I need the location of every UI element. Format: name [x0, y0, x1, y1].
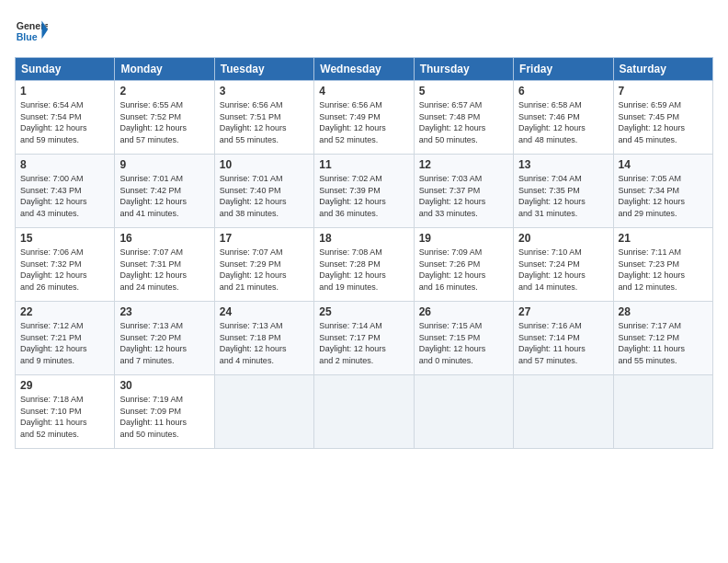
day-number: 17	[220, 232, 309, 245]
calendar-cell: 30Sunrise: 7:19 AM Sunset: 7:09 PM Dayli…	[115, 375, 214, 449]
calendar-cell: 23Sunrise: 7:13 AM Sunset: 7:20 PM Dayli…	[115, 302, 214, 375]
day-info: Sunrise: 7:13 AM Sunset: 7:18 PM Dayligh…	[220, 320, 309, 366]
day-info: Sunrise: 7:01 AM Sunset: 7:42 PM Dayligh…	[119, 173, 209, 219]
calendar-cell: 17Sunrise: 7:07 AM Sunset: 7:29 PM Dayli…	[214, 228, 313, 302]
calendar-cell	[613, 375, 712, 449]
calendar-cell: 4Sunrise: 6:56 AM Sunset: 7:49 PM Daylig…	[314, 81, 414, 155]
day-number: 12	[419, 158, 508, 171]
calendar-cell: 21Sunrise: 7:11 AM Sunset: 7:23 PM Dayli…	[613, 228, 712, 302]
day-info: Sunrise: 7:02 AM Sunset: 7:39 PM Dayligh…	[319, 173, 408, 219]
day-number: 3	[220, 85, 309, 98]
day-number: 24	[220, 305, 309, 318]
day-info: Sunrise: 6:57 AM Sunset: 7:48 PM Dayligh…	[419, 99, 508, 145]
day-info: Sunrise: 7:01 AM Sunset: 7:40 PM Dayligh…	[220, 173, 309, 219]
logo-icon: General Blue	[15, 15, 48, 48]
day-number: 1	[20, 85, 109, 98]
day-info: Sunrise: 6:59 AM Sunset: 7:45 PM Dayligh…	[619, 99, 708, 145]
day-info: Sunrise: 7:16 AM Sunset: 7:14 PM Dayligh…	[518, 320, 608, 366]
calendar-cell: 19Sunrise: 7:09 AM Sunset: 7:26 PM Dayli…	[414, 228, 513, 302]
header: General Blue	[15, 15, 713, 48]
calendar-cell	[314, 375, 414, 449]
day-header-friday: Friday	[514, 58, 613, 81]
calendar-cell: 3Sunrise: 6:56 AM Sunset: 7:51 PM Daylig…	[214, 81, 313, 155]
calendar-cell: 16Sunrise: 7:07 AM Sunset: 7:31 PM Dayli…	[115, 228, 214, 302]
day-info: Sunrise: 7:07 AM Sunset: 7:29 PM Dayligh…	[220, 247, 309, 293]
day-info: Sunrise: 7:00 AM Sunset: 7:43 PM Dayligh…	[20, 173, 109, 219]
calendar-cell: 7Sunrise: 6:59 AM Sunset: 7:45 PM Daylig…	[613, 81, 712, 155]
day-info: Sunrise: 7:08 AM Sunset: 7:28 PM Dayligh…	[319, 247, 408, 293]
day-info: Sunrise: 7:03 AM Sunset: 7:37 PM Dayligh…	[419, 173, 508, 219]
day-header-wednesday: Wednesday	[314, 58, 414, 81]
day-info: Sunrise: 7:12 AM Sunset: 7:21 PM Dayligh…	[20, 320, 109, 366]
svg-text:Blue: Blue	[17, 31, 38, 42]
day-info: Sunrise: 6:55 AM Sunset: 7:52 PM Dayligh…	[119, 99, 209, 145]
day-header-thursday: Thursday	[414, 58, 513, 81]
day-number: 26	[419, 305, 508, 318]
day-number: 22	[20, 305, 109, 318]
day-header-sunday: Sunday	[16, 58, 115, 81]
calendar-cell: 26Sunrise: 7:15 AM Sunset: 7:15 PM Dayli…	[414, 302, 513, 375]
day-number: 5	[419, 85, 508, 98]
day-info: Sunrise: 6:58 AM Sunset: 7:46 PM Dayligh…	[518, 99, 608, 145]
day-number: 15	[20, 232, 109, 245]
day-info: Sunrise: 7:17 AM Sunset: 7:12 PM Dayligh…	[619, 320, 708, 366]
day-info: Sunrise: 7:10 AM Sunset: 7:24 PM Dayligh…	[518, 247, 608, 293]
calendar-cell: 13Sunrise: 7:04 AM Sunset: 7:35 PM Dayli…	[514, 155, 613, 228]
calendar-cell: 25Sunrise: 7:14 AM Sunset: 7:17 PM Dayli…	[314, 302, 414, 375]
calendar-cell: 29Sunrise: 7:18 AM Sunset: 7:10 PM Dayli…	[16, 375, 115, 449]
day-number: 28	[619, 305, 708, 318]
calendar-cell: 10Sunrise: 7:01 AM Sunset: 7:40 PM Dayli…	[214, 155, 313, 228]
day-number: 23	[119, 305, 209, 318]
calendar-cell	[214, 375, 313, 449]
day-info: Sunrise: 6:54 AM Sunset: 7:54 PM Dayligh…	[20, 99, 109, 145]
calendar-cell: 18Sunrise: 7:08 AM Sunset: 7:28 PM Dayli…	[314, 228, 414, 302]
day-info: Sunrise: 7:19 AM Sunset: 7:09 PM Dayligh…	[119, 394, 209, 440]
calendar-cell: 6Sunrise: 6:58 AM Sunset: 7:46 PM Daylig…	[514, 81, 613, 155]
day-info: Sunrise: 6:56 AM Sunset: 7:49 PM Dayligh…	[319, 99, 408, 145]
day-number: 4	[319, 85, 408, 98]
calendar-cell: 28Sunrise: 7:17 AM Sunset: 7:12 PM Dayli…	[613, 302, 712, 375]
day-number: 25	[319, 305, 408, 318]
day-info: Sunrise: 6:56 AM Sunset: 7:51 PM Dayligh…	[220, 99, 309, 145]
day-number: 2	[119, 85, 209, 98]
day-number: 20	[518, 232, 608, 245]
day-number: 10	[220, 158, 309, 171]
day-info: Sunrise: 7:18 AM Sunset: 7:10 PM Dayligh…	[20, 394, 109, 440]
calendar-cell: 14Sunrise: 7:05 AM Sunset: 7:34 PM Dayli…	[613, 155, 712, 228]
day-number: 11	[319, 158, 408, 171]
calendar-cell: 2Sunrise: 6:55 AM Sunset: 7:52 PM Daylig…	[115, 81, 214, 155]
day-number: 14	[619, 158, 708, 171]
day-header-tuesday: Tuesday	[214, 58, 313, 81]
calendar-cell: 5Sunrise: 6:57 AM Sunset: 7:48 PM Daylig…	[414, 81, 513, 155]
day-number: 16	[119, 232, 209, 245]
day-number: 21	[619, 232, 708, 245]
day-info: Sunrise: 7:05 AM Sunset: 7:34 PM Dayligh…	[619, 173, 708, 219]
day-info: Sunrise: 7:13 AM Sunset: 7:20 PM Dayligh…	[119, 320, 209, 366]
calendar-cell	[514, 375, 613, 449]
day-number: 18	[319, 232, 408, 245]
day-info: Sunrise: 7:15 AM Sunset: 7:15 PM Dayligh…	[419, 320, 508, 366]
calendar-table: SundayMondayTuesdayWednesdayThursdayFrid…	[15, 57, 713, 449]
day-number: 13	[518, 158, 608, 171]
calendar-cell	[414, 375, 513, 449]
day-info: Sunrise: 7:07 AM Sunset: 7:31 PM Dayligh…	[119, 247, 209, 293]
day-info: Sunrise: 7:06 AM Sunset: 7:32 PM Dayligh…	[20, 247, 109, 293]
day-number: 6	[518, 85, 608, 98]
day-info: Sunrise: 7:04 AM Sunset: 7:35 PM Dayligh…	[518, 173, 608, 219]
calendar-cell: 12Sunrise: 7:03 AM Sunset: 7:37 PM Dayli…	[414, 155, 513, 228]
calendar-cell: 1Sunrise: 6:54 AM Sunset: 7:54 PM Daylig…	[16, 81, 115, 155]
day-info: Sunrise: 7:14 AM Sunset: 7:17 PM Dayligh…	[319, 320, 408, 366]
day-number: 7	[619, 85, 708, 98]
logo: General Blue	[15, 15, 51, 48]
calendar-cell: 11Sunrise: 7:02 AM Sunset: 7:39 PM Dayli…	[314, 155, 414, 228]
calendar-cell: 8Sunrise: 7:00 AM Sunset: 7:43 PM Daylig…	[16, 155, 115, 228]
calendar-cell: 15Sunrise: 7:06 AM Sunset: 7:32 PM Dayli…	[16, 228, 115, 302]
day-number: 29	[20, 379, 109, 392]
day-number: 8	[20, 158, 109, 171]
calendar-cell: 27Sunrise: 7:16 AM Sunset: 7:14 PM Dayli…	[514, 302, 613, 375]
day-number: 30	[119, 379, 209, 392]
day-header-monday: Monday	[115, 58, 214, 81]
day-header-saturday: Saturday	[613, 58, 712, 81]
day-info: Sunrise: 7:09 AM Sunset: 7:26 PM Dayligh…	[419, 247, 508, 293]
calendar-cell: 9Sunrise: 7:01 AM Sunset: 7:42 PM Daylig…	[115, 155, 214, 228]
